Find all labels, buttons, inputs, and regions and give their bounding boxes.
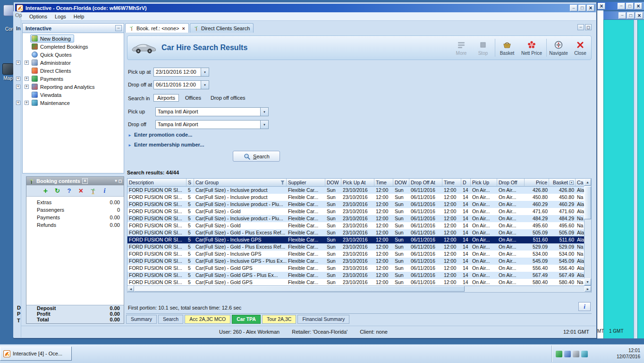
expander-icon[interactable]: + <box>25 77 29 81</box>
booking-row[interactable]: Refunds 0.00 <box>26 221 124 229</box>
result-row[interactable]: FORD FUSION OR SI... 5 Car(Full Size) - … <box>127 279 584 285</box>
expander-icon[interactable]: + <box>25 101 29 105</box>
column-header[interactable]: Price <box>525 179 549 187</box>
horizontal-scroll-thumb[interactable] <box>134 286 465 292</box>
tray-palm-icon[interactable] <box>556 351 562 357</box>
column-header[interactable]: S <box>186 179 194 187</box>
search-in-dropoff-offices[interactable]: Drop off offices <box>207 95 249 101</box>
column-header[interactable]: Drop Off At <box>409 179 442 187</box>
nav-tree-item[interactable]: Viewdata <box>23 91 124 99</box>
bg2-minimize-icon[interactable] <box>619 12 626 19</box>
bottom-tab[interactable]: Financial Summary <box>297 315 349 324</box>
result-row[interactable]: FORD FUSION OR SI... 5 Car(Full Size) - … <box>127 272 584 279</box>
info-button[interactable] <box>578 302 591 311</box>
bg-close-icon[interactable] <box>598 3 605 9</box>
background-window-edge-2[interactable] <box>634 20 637 338</box>
result-row[interactable]: FORD FUSION OR SI... 5 Car(Full Size) - … <box>127 208 584 215</box>
column-header[interactable]: Supplier <box>287 179 325 187</box>
promotion-code-expander[interactable]: Enter promotion code... <box>128 132 192 138</box>
close-button[interactable] <box>587 5 594 11</box>
pickup-location-combo[interactable]: Tampa Intl Airport <box>155 107 269 116</box>
bottom-tab[interactable]: Car TPA <box>232 315 261 324</box>
result-row[interactable]: FORD FUSION OR SI... 5 Car(Full Size) - … <box>127 251 584 258</box>
column-header[interactable]: Time <box>442 179 461 187</box>
bottom-tab[interactable]: Summary <box>126 315 157 324</box>
result-row[interactable]: FORD FUSION OR SI... 5 Car(Full Size) - … <box>127 215 584 222</box>
search-in-airports[interactable]: Airports <box>153 94 179 102</box>
column-header[interactable]: Time <box>374 179 393 187</box>
background-window-strip[interactable]: Op In + + + + D P T <box>13 11 21 337</box>
more-button[interactable]: More <box>450 36 472 59</box>
tray-display-icon[interactable] <box>564 351 571 357</box>
booking-row[interactable]: Extras 0.00 <box>26 199 124 206</box>
help-icon[interactable] <box>65 187 74 195</box>
background-window-viewdata-2[interactable] <box>637 20 644 338</box>
result-row[interactable]: FORD FUSION OR SI... 5 Car(Full Size) - … <box>127 201 584 208</box>
close-search-button[interactable]: Close <box>569 36 591 59</box>
close-tab-icon[interactable]: × <box>182 26 185 31</box>
info-icon[interactable] <box>101 187 109 195</box>
column-header[interactable]: DOW <box>325 179 341 187</box>
bottom-tab[interactable]: Tour 2A,3C <box>262 315 297 324</box>
result-row[interactable]: FORD FUSION OR SI... 5 Car(Full Size) - … <box>127 265 584 272</box>
dropdown-arrow-icon[interactable] <box>201 68 209 76</box>
goto-booking-palm-icon[interactable] <box>89 187 97 195</box>
column-header[interactable]: Pick Up At <box>341 179 374 187</box>
minimize-button[interactable] <box>570 5 577 11</box>
bg2-close-icon[interactable] <box>636 12 643 19</box>
expander-icon[interactable]: + <box>25 85 29 89</box>
basket-button[interactable]: Basket <box>496 36 518 59</box>
column-header-icon[interactable] <box>280 181 285 185</box>
nav-tree-item[interactable]: + Reporting and Analytics <box>23 83 124 91</box>
result-row[interactable]: FORD FUSION OR SI... 5 Car(Full Size) - … <box>127 194 584 201</box>
nav-tree-item[interactable]: New Booking <box>23 35 124 43</box>
dropoff-at-combo[interactable]: 06/11/2016 12:00 <box>153 80 209 89</box>
nav-tree-item[interactable]: + Maintenance <box>23 99 124 107</box>
column-header[interactable]: Pick Up <box>471 179 497 187</box>
delete-item-icon[interactable] <box>77 187 85 195</box>
tab-booking-ref[interactable]: Book. ref.: <none> × <box>125 23 189 33</box>
bottom-tab[interactable]: Search <box>158 315 183 324</box>
nett-price-button[interactable]: Nett Price <box>518 36 545 59</box>
refresh-icon[interactable] <box>53 187 62 195</box>
booking-panel-titlebar[interactable]: Booking contents × ▾ ◻ <box>26 177 124 185</box>
bg2-maximize-icon[interactable] <box>627 12 635 19</box>
column-header-icon[interactable] <box>569 181 574 185</box>
result-row[interactable]: FORD FUSION OR SI... 5 Car(Full Size) - … <box>127 187 584 194</box>
column-header[interactable]: DOW <box>393 179 409 187</box>
bottom-tab[interactable]: Acc 2A,3C MCO <box>185 315 230 324</box>
booking-row[interactable]: Passengers 0 <box>26 206 124 214</box>
column-header[interactable]: Description <box>127 179 186 187</box>
scroll-up-icon[interactable]: ▲ <box>584 179 591 186</box>
background-window-titlebar[interactable] <box>597 2 644 10</box>
stop-button[interactable]: Stop <box>472 36 494 59</box>
float-panel-icon[interactable]: ◻ <box>119 179 122 183</box>
taskbar-window-button[interactable]: Interactive [4] - Oce... <box>0 346 72 361</box>
scroll-left-icon[interactable]: ◄ <box>127 286 134 292</box>
tray-volume-icon[interactable] <box>573 351 579 357</box>
menu-options[interactable]: Options <box>25 13 51 20</box>
booking-row[interactable]: Payments 0.00 <box>26 214 124 221</box>
menu-help[interactable]: Help <box>70 13 88 20</box>
column-header[interactable]: D <box>461 179 471 187</box>
menu-logs[interactable]: Logs <box>51 13 70 20</box>
result-row[interactable]: FORD FUSION OR SI... 5 Car(Full Size) - … <box>127 258 584 265</box>
dropoff-location-combo[interactable]: Tampa Intl Airport <box>155 120 269 129</box>
nav-tree-item[interactable]: Completed Bookings <box>23 43 124 51</box>
float-area-icon[interactable]: ◻ <box>585 24 592 30</box>
result-row[interactable]: FORD FUSION OR SI... 5 Car(Full Size) - … <box>127 236 584 243</box>
bg-close-icon-2[interactable] <box>635 3 642 9</box>
maximize-button[interactable] <box>578 5 586 11</box>
pickup-at-combo[interactable]: 23/10/2016 12:00 <box>153 68 209 77</box>
membership-number-expander[interactable]: Enter membership number... <box>128 142 204 147</box>
nav-tree-item[interactable]: Direct Clients <box>23 67 124 75</box>
window-titlebar[interactable]: Interactive - Ocean-Florida (code: wM6W7… <box>15 4 596 12</box>
background-window-edge[interactable] <box>597 10 603 338</box>
collapse-panel-icon[interactable]: ─ <box>115 25 122 31</box>
dropdown-arrow-icon[interactable] <box>260 121 268 129</box>
column-header[interactable]: Drop Off <box>497 179 525 187</box>
nav-tree-item[interactable]: + Payments <box>23 75 124 83</box>
column-header[interactable]: Basket <box>549 179 576 187</box>
scroll-right-icon[interactable]: ► <box>585 286 591 292</box>
tab-direct-clients-search[interactable]: Direct Clients Search <box>190 23 254 33</box>
